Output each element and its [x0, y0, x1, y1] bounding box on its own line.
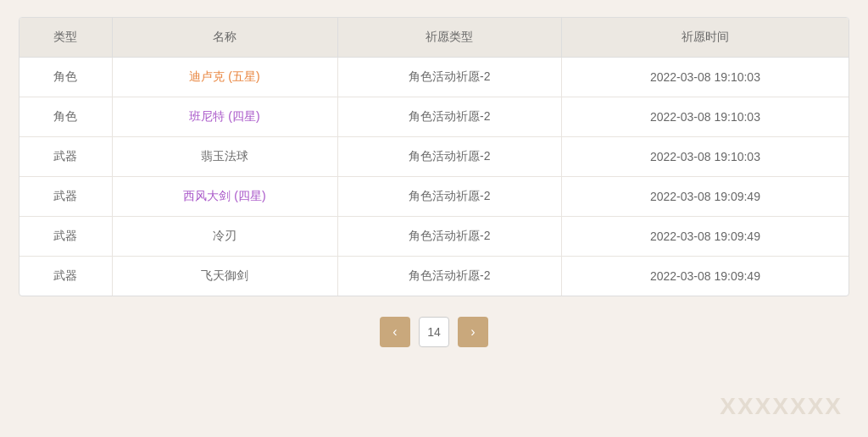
- cell-name: 班尼特 (四星): [112, 97, 337, 137]
- cell-wish-type: 角色活动祈愿-2: [337, 257, 561, 296]
- cell-wish-type: 角色活动祈愿-2: [337, 137, 561, 177]
- cell-type: 武器: [19, 217, 112, 257]
- table-row: 角色迪卢克 (五星)角色活动祈愿-22022-03-08 19:10:03: [19, 58, 849, 97]
- cell-wish-time: 2022-03-08 19:09:49: [561, 257, 849, 296]
- wish-table-container: 类型 名称 祈愿类型 祈愿时间 角色迪卢克 (五星)角色活动祈愿-22022-0…: [19, 17, 849, 296]
- table-row: 武器西风大剑 (四星)角色活动祈愿-22022-03-08 19:09:49: [19, 177, 849, 217]
- wish-table: 类型 名称 祈愿类型 祈愿时间 角色迪卢克 (五星)角色活动祈愿-22022-0…: [19, 18, 849, 296]
- cell-type: 角色: [19, 97, 112, 137]
- table-row: 武器飞天御剑角色活动祈愿-22022-03-08 19:09:49: [19, 257, 849, 296]
- cell-name: 迪卢克 (五星): [112, 58, 337, 97]
- table-row: 角色班尼特 (四星)角色活动祈愿-22022-03-08 19:10:03: [19, 97, 849, 137]
- cell-name: 西风大剑 (四星): [112, 177, 337, 217]
- pagination: ‹ 14 ›: [380, 317, 488, 347]
- table-row: 武器翡玉法球角色活动祈愿-22022-03-08 19:10:03: [19, 137, 849, 177]
- cell-wish-time: 2022-03-08 19:10:03: [561, 58, 849, 97]
- col-header-type: 类型: [19, 18, 112, 58]
- cell-wish-time: 2022-03-08 19:10:03: [561, 97, 849, 137]
- cell-wish-type: 角色活动祈愿-2: [337, 97, 561, 137]
- cell-name: 翡玉法球: [112, 137, 337, 177]
- cell-wish-time: 2022-03-08 19:09:49: [561, 217, 849, 257]
- cell-type: 武器: [19, 137, 112, 177]
- cell-wish-time: 2022-03-08 19:09:49: [561, 177, 849, 217]
- cell-type: 武器: [19, 257, 112, 296]
- cell-wish-type: 角色活动祈愿-2: [337, 177, 561, 217]
- cell-name: 冷刃: [112, 217, 337, 257]
- cell-name: 飞天御剑: [112, 257, 337, 296]
- col-header-name: 名称: [112, 18, 337, 58]
- cell-wish-type: 角色活动祈愿-2: [337, 217, 561, 257]
- current-page-number: 14: [419, 317, 449, 347]
- watermark-text: XXXXXXX: [720, 393, 843, 420]
- col-header-wish-time: 祈愿时间: [561, 18, 849, 58]
- table-row: 武器冷刃角色活动祈愿-22022-03-08 19:09:49: [19, 217, 849, 257]
- prev-page-button[interactable]: ‹: [380, 317, 410, 347]
- cell-type: 武器: [19, 177, 112, 217]
- next-page-button[interactable]: ›: [458, 317, 488, 347]
- cell-wish-type: 角色活动祈愿-2: [337, 58, 561, 97]
- cell-type: 角色: [19, 58, 112, 97]
- col-header-wish-type: 祈愿类型: [337, 18, 561, 58]
- cell-wish-time: 2022-03-08 19:10:03: [561, 137, 849, 177]
